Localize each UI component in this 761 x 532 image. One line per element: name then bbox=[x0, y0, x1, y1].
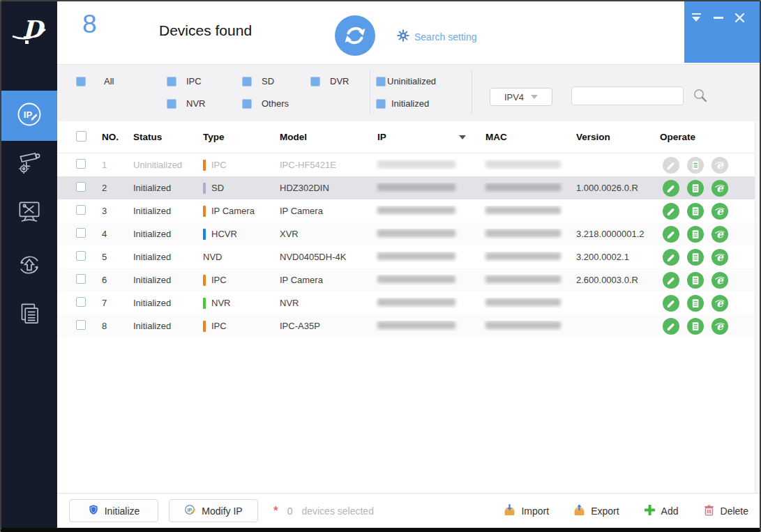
device-details-button[interactable] bbox=[687, 180, 704, 197]
table-row[interactable]: 6 Initialized IPC IP Camera 2.600.0003.0… bbox=[57, 268, 755, 291]
row-mac-redacted bbox=[485, 160, 561, 168]
delete-button[interactable]: Delete bbox=[702, 503, 748, 519]
edit-device-button[interactable] bbox=[663, 249, 679, 266]
row-checkbox[interactable] bbox=[76, 320, 86, 330]
bottom-toolbar: Initialize IP Modify IP * 0 devices sele… bbox=[57, 493, 760, 528]
edit-device-button[interactable] bbox=[663, 203, 679, 220]
scrollbar-track[interactable] bbox=[755, 121, 760, 493]
edit-device-button[interactable] bbox=[663, 226, 679, 243]
filter-nvr[interactable]: NVR bbox=[167, 98, 205, 109]
device-details-button[interactable] bbox=[687, 203, 704, 220]
dropdown-menu-icon[interactable] bbox=[691, 13, 702, 22]
row-checkbox[interactable] bbox=[76, 205, 86, 215]
open-web-browser-button[interactable]: e bbox=[711, 249, 728, 266]
row-checkbox[interactable] bbox=[76, 251, 86, 261]
row-checkbox[interactable] bbox=[76, 182, 86, 192]
sidebar-item-modify-ip[interactable]: IP bbox=[1, 91, 57, 141]
search-button[interactable] bbox=[692, 87, 709, 104]
ip-version-dropdown[interactable]: IPV4 bbox=[490, 88, 552, 106]
checkbox-uninitialized[interactable] bbox=[376, 77, 386, 86]
refresh-button[interactable] bbox=[335, 15, 375, 56]
edit-device-button[interactable] bbox=[663, 318, 679, 335]
edit-device-button[interactable] bbox=[663, 295, 679, 312]
filter-all[interactable]: All bbox=[76, 76, 114, 86]
filter-others[interactable]: Others bbox=[242, 98, 289, 109]
device-details-button[interactable] bbox=[687, 157, 704, 174]
checkbox-sd[interactable] bbox=[242, 77, 252, 86]
ip-pencil-icon: IP bbox=[184, 504, 196, 518]
open-web-browser-button[interactable]: e bbox=[711, 295, 728, 312]
table-row[interactable]: 5 Initialized NVD NVD0405DH-4K 3.200.000… bbox=[57, 245, 755, 268]
sidebar-item-device-config[interactable] bbox=[1, 138, 57, 188]
open-web-browser-button[interactable]: e bbox=[711, 180, 728, 197]
open-web-browser-button[interactable]: e bbox=[711, 318, 728, 335]
ip-circle-pencil-icon: IP bbox=[14, 99, 45, 132]
filter-sd[interactable]: SD bbox=[242, 76, 274, 86]
open-web-browser-button[interactable]: e bbox=[711, 272, 728, 289]
table-row[interactable]: 3 Initialized IP Camera IP Camera bbox=[57, 199, 755, 222]
table-row[interactable]: 7 Initialized NVR NVR bbox=[57, 291, 755, 314]
checkbox-dvr[interactable] bbox=[310, 77, 320, 86]
table-row[interactable]: 2 Initialized SD HDZ302DIN 1.000.0026.0.… bbox=[57, 176, 755, 199]
row-checkbox[interactable] bbox=[76, 228, 86, 238]
filter-uninitialized[interactable]: Uninitialized bbox=[376, 76, 436, 86]
open-web-browser-button[interactable]: e bbox=[711, 157, 728, 174]
edit-device-button[interactable] bbox=[663, 180, 679, 197]
row-status: Initialized bbox=[130, 252, 200, 262]
device-details-button[interactable] bbox=[687, 318, 704, 335]
column-header-type: Type bbox=[200, 132, 277, 142]
column-header-version: Version bbox=[573, 132, 657, 142]
row-checkbox[interactable] bbox=[76, 159, 86, 169]
filter-dvr[interactable]: DVR bbox=[310, 76, 349, 86]
minimize-icon[interactable] bbox=[714, 13, 725, 22]
row-checkbox[interactable] bbox=[76, 274, 86, 284]
device-details-button[interactable] bbox=[687, 249, 704, 266]
row-model: IPC-HF5421E bbox=[277, 160, 375, 170]
row-model: XVR bbox=[277, 229, 375, 239]
row-number: 3 bbox=[99, 206, 130, 216]
checkbox-all[interactable] bbox=[76, 77, 86, 86]
sidebar-item-device-upgrade[interactable] bbox=[1, 241, 57, 291]
edit-device-button[interactable] bbox=[663, 157, 679, 174]
checkbox-others[interactable] bbox=[242, 99, 252, 109]
row-checkbox[interactable] bbox=[76, 297, 86, 307]
checkbox-initialized[interactable] bbox=[376, 99, 386, 109]
edit-device-button[interactable] bbox=[663, 272, 679, 289]
import-button[interactable]: Import bbox=[503, 503, 549, 519]
close-icon[interactable] bbox=[734, 13, 746, 22]
filter-ipc-label: IPC bbox=[186, 76, 202, 86]
search-setting-button[interactable]: Search setting bbox=[397, 29, 477, 45]
export-button[interactable]: Export bbox=[573, 503, 619, 519]
config-tool-window: D IP bbox=[0, 0, 761, 532]
table-row[interactable]: 4 Initialized HCVR XVR 3.218.0000001.2 bbox=[57, 222, 755, 245]
row-version: 3.218.0000001.2 bbox=[573, 229, 657, 239]
sidebar-item-system-settings[interactable] bbox=[1, 188, 57, 238]
svg-text:e: e bbox=[716, 319, 724, 332]
sidebar-item-device-list[interactable] bbox=[1, 290, 57, 340]
svg-text:e: e bbox=[716, 204, 724, 217]
open-web-browser-button[interactable]: e bbox=[711, 203, 728, 220]
table-row[interactable]: 8 Initialized IPC IPC-A35P bbox=[57, 314, 755, 337]
row-number: 5 bbox=[99, 252, 130, 262]
filter-ipc[interactable]: IPC bbox=[167, 76, 202, 86]
select-all-checkbox[interactable] bbox=[76, 131, 86, 142]
open-web-browser-button[interactable]: e bbox=[711, 226, 728, 243]
device-details-button[interactable] bbox=[687, 272, 704, 289]
row-type: SD bbox=[211, 183, 224, 193]
checkbox-ipc[interactable] bbox=[167, 77, 176, 86]
row-status: Initialized bbox=[130, 275, 200, 285]
modify-ip-button[interactable]: IP Modify IP bbox=[169, 499, 258, 522]
device-details-button[interactable] bbox=[687, 226, 704, 243]
row-model: IPC-A35P bbox=[277, 321, 375, 331]
search-input[interactable] bbox=[571, 86, 684, 105]
initialize-button[interactable]: Initialize bbox=[69, 499, 158, 522]
add-button[interactable]: Add bbox=[643, 503, 679, 519]
upgrade-arrows-icon bbox=[15, 250, 44, 282]
ip-sort-arrow-icon[interactable] bbox=[459, 135, 466, 139]
table-row[interactable]: 1 Uninitialized IPC IPC-HF5421E bbox=[57, 153, 755, 176]
checkbox-nvr[interactable] bbox=[167, 99, 176, 109]
device-details-button[interactable] bbox=[687, 295, 704, 312]
row-number: 8 bbox=[99, 321, 130, 331]
filter-initialized[interactable]: Initialized bbox=[376, 98, 429, 109]
selected-suffix: devices selected bbox=[301, 506, 374, 517]
